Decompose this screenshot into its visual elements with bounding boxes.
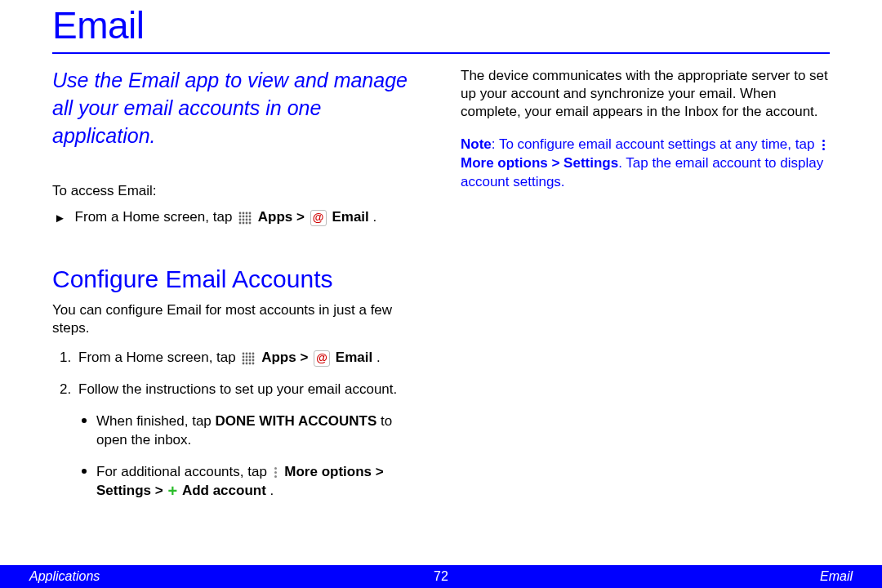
svg-point-15 <box>249 221 252 224</box>
sub2-sep1: > <box>376 464 384 479</box>
step1-sep: > <box>300 350 312 365</box>
svg-point-5 <box>243 215 245 217</box>
apps-label: Apps <box>258 210 293 225</box>
svg-point-14 <box>246 221 248 224</box>
step2-text: Follow the instructions to set up your e… <box>78 381 397 397</box>
note-more: More options <box>461 155 548 171</box>
sub2-settings: Settings <box>96 483 151 498</box>
svg-point-23 <box>252 355 255 358</box>
steps-list: From a Home screen, tap <box>52 349 421 501</box>
svg-point-24 <box>243 359 245 361</box>
step-2: Follow the instructions to set up your e… <box>75 381 421 501</box>
sub1-pre: When finished, tap <box>96 413 216 429</box>
step1-suffix: . <box>376 350 381 365</box>
more-options-icon <box>819 140 827 150</box>
svg-point-29 <box>246 362 248 364</box>
note-block: Note: To configure email account setting… <box>461 136 830 192</box>
svg-point-20 <box>243 355 245 358</box>
substeps: When finished, tap DONE WITH ACCOUNTS to… <box>78 412 421 501</box>
svg-point-22 <box>249 355 252 358</box>
svg-point-31 <box>252 362 255 364</box>
svg-point-25 <box>246 359 248 361</box>
step1-email: Email <box>336 350 372 365</box>
svg-point-11 <box>249 218 252 220</box>
svg-point-18 <box>249 352 252 354</box>
footer-left: Applications <box>29 569 100 584</box>
svg-point-10 <box>246 218 248 220</box>
svg-point-4 <box>239 215 242 217</box>
page-title: Email <box>52 3 830 47</box>
intro-text: Use the Email app to view and manage all… <box>52 67 421 149</box>
sub2-sep2: > <box>155 483 167 498</box>
apps-icon <box>241 351 256 366</box>
note-settings: Settings <box>564 155 618 171</box>
section-intro: You can configure Email for most account… <box>52 301 421 337</box>
svg-point-7 <box>249 215 252 217</box>
svg-point-27 <box>252 359 255 361</box>
note-pre: : To configure email account settings at… <box>492 136 818 152</box>
footer-page-number: 72 <box>434 569 448 584</box>
svg-point-21 <box>246 355 248 358</box>
access-label: To access Email: <box>52 182 421 200</box>
svg-point-9 <box>243 218 245 220</box>
step-1: From a Home screen, tap <box>75 349 421 368</box>
svg-point-3 <box>249 212 252 214</box>
access-prefix: From a Home screen, tap <box>75 210 236 225</box>
svg-point-30 <box>249 362 252 364</box>
page-content: Email Use the Email app to view and mana… <box>0 3 882 514</box>
sub1-bold: DONE WITH ACCOUNTS <box>216 413 377 429</box>
svg-point-6 <box>246 215 248 217</box>
column-right: The device communicates with the appropr… <box>461 67 830 514</box>
email-label: Email <box>332 210 368 225</box>
plus-icon: + <box>167 485 177 497</box>
note-label: Note <box>461 136 492 152</box>
right-paragraph: The device communicates with the appropr… <box>461 67 830 121</box>
svg-point-12 <box>239 221 242 224</box>
email-icon <box>314 350 330 367</box>
email-icon <box>310 210 327 226</box>
svg-point-28 <box>243 362 245 364</box>
svg-point-13 <box>243 221 245 224</box>
apps-icon <box>238 211 252 225</box>
svg-point-17 <box>246 352 248 354</box>
note-sep: > <box>548 155 564 171</box>
svg-point-2 <box>246 212 248 214</box>
svg-point-19 <box>252 352 255 354</box>
svg-point-26 <box>249 359 252 361</box>
arrow-icon: ► <box>54 211 66 225</box>
sub2-pre: For additional accounts, tap <box>96 464 271 479</box>
sub2-add: Add account <box>182 483 266 498</box>
title-rule <box>52 52 830 54</box>
sub2-more: More options <box>284 464 372 479</box>
substep-2: For additional accounts, tap More option… <box>82 463 421 501</box>
sep: > <box>296 210 309 225</box>
access-step: ► From a Home screen, tap Apps > <box>54 209 376 225</box>
column-left: Use the Email app to view and manage all… <box>52 67 421 514</box>
footer-right: Email <box>820 569 853 584</box>
page-footer: Applications 72 Email <box>0 565 882 588</box>
sub2-suffix: . <box>270 483 274 498</box>
more-options-icon <box>272 467 280 478</box>
svg-point-0 <box>239 212 242 214</box>
step1-prefix: From a Home screen, tap <box>78 350 239 365</box>
svg-point-16 <box>243 352 245 354</box>
svg-point-1 <box>243 212 245 214</box>
two-column-layout: Use the Email app to view and manage all… <box>52 67 830 514</box>
section-heading: Configure Email Accounts <box>52 263 421 295</box>
access-suffix: . <box>373 210 377 225</box>
substep-1: When finished, tap DONE WITH ACCOUNTS to… <box>82 412 421 450</box>
svg-point-8 <box>239 218 242 220</box>
step1-apps: Apps <box>261 350 296 365</box>
